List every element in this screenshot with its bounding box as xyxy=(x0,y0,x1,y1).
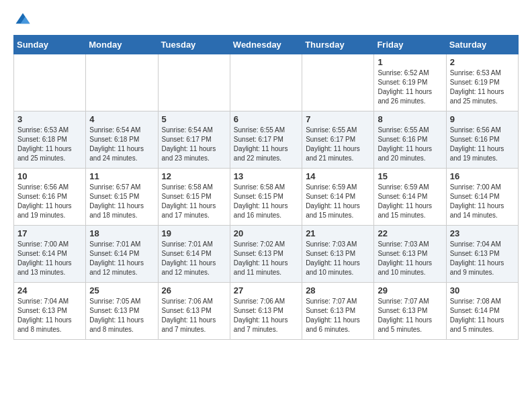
calendar-cell: 16Sunrise: 7:00 AM Sunset: 6:14 PM Dayli… xyxy=(446,169,518,226)
calendar-cell: 17Sunrise: 7:00 AM Sunset: 6:14 PM Dayli… xyxy=(14,226,86,283)
calendar-cell: 4Sunrise: 6:54 AM Sunset: 6:18 PM Daylig… xyxy=(86,111,158,169)
day-info: Sunrise: 6:56 AM Sunset: 6:16 PM Dayligh… xyxy=(17,183,82,220)
day-info: Sunrise: 7:03 AM Sunset: 6:13 PM Dayligh… xyxy=(378,240,442,277)
calendar-week-row: 17Sunrise: 7:00 AM Sunset: 6:14 PM Dayli… xyxy=(14,226,519,283)
calendar-cell: 19Sunrise: 7:01 AM Sunset: 6:14 PM Dayli… xyxy=(158,226,230,283)
logo xyxy=(13,11,35,30)
page-header xyxy=(13,11,519,30)
day-number: 2 xyxy=(450,57,515,67)
day-info: Sunrise: 7:06 AM Sunset: 6:13 PM Dayligh… xyxy=(162,297,226,334)
day-info: Sunrise: 6:59 AM Sunset: 6:14 PM Dayligh… xyxy=(378,183,442,220)
weekday-header: Wednesday xyxy=(230,36,302,54)
weekday-header: Monday xyxy=(86,36,158,54)
calendar-cell xyxy=(230,54,302,111)
day-number: 17 xyxy=(17,228,82,238)
calendar-cell xyxy=(86,54,158,111)
calendar-cell: 14Sunrise: 6:59 AM Sunset: 6:14 PM Dayli… xyxy=(302,169,374,226)
day-info: Sunrise: 6:52 AM Sunset: 6:19 PM Dayligh… xyxy=(378,68,442,106)
calendar-cell: 27Sunrise: 7:06 AM Sunset: 6:13 PM Dayli… xyxy=(230,283,302,340)
day-info: Sunrise: 6:54 AM Sunset: 6:18 PM Dayligh… xyxy=(89,126,154,163)
day-info: Sunrise: 7:00 AM Sunset: 6:14 PM Dayligh… xyxy=(450,183,515,220)
day-number: 24 xyxy=(17,285,82,295)
day-info: Sunrise: 7:03 AM Sunset: 6:13 PM Dayligh… xyxy=(306,240,370,277)
day-number: 25 xyxy=(89,285,154,295)
day-number: 21 xyxy=(306,228,370,238)
day-info: Sunrise: 7:02 AM Sunset: 6:13 PM Dayligh… xyxy=(234,240,298,277)
calendar-cell xyxy=(14,54,86,111)
day-info: Sunrise: 7:05 AM Sunset: 6:13 PM Dayligh… xyxy=(89,297,154,334)
day-number: 6 xyxy=(234,114,298,124)
day-number: 28 xyxy=(306,285,370,295)
calendar-week-row: 3Sunrise: 6:53 AM Sunset: 6:18 PM Daylig… xyxy=(14,111,519,169)
day-info: Sunrise: 7:01 AM Sunset: 6:14 PM Dayligh… xyxy=(162,240,226,277)
day-info: Sunrise: 6:56 AM Sunset: 6:16 PM Dayligh… xyxy=(450,126,515,163)
day-info: Sunrise: 6:59 AM Sunset: 6:14 PM Dayligh… xyxy=(306,183,370,220)
calendar-cell: 15Sunrise: 6:59 AM Sunset: 6:14 PM Dayli… xyxy=(374,169,446,226)
day-info: Sunrise: 7:04 AM Sunset: 6:13 PM Dayligh… xyxy=(17,297,82,334)
calendar-cell: 1Sunrise: 6:52 AM Sunset: 6:19 PM Daylig… xyxy=(374,54,446,111)
calendar-cell: 12Sunrise: 6:58 AM Sunset: 6:15 PM Dayli… xyxy=(158,169,230,226)
day-info: Sunrise: 7:06 AM Sunset: 6:13 PM Dayligh… xyxy=(234,297,298,334)
day-info: Sunrise: 7:08 AM Sunset: 6:14 PM Dayligh… xyxy=(450,297,515,334)
day-number: 5 xyxy=(162,114,226,124)
day-number: 16 xyxy=(450,171,515,181)
calendar-cell: 29Sunrise: 7:07 AM Sunset: 6:13 PM Dayli… xyxy=(374,283,446,340)
calendar-cell: 28Sunrise: 7:07 AM Sunset: 6:13 PM Dayli… xyxy=(302,283,374,340)
calendar-cell: 7Sunrise: 6:55 AM Sunset: 6:17 PM Daylig… xyxy=(302,111,374,169)
calendar-cell: 24Sunrise: 7:04 AM Sunset: 6:13 PM Dayli… xyxy=(14,283,86,340)
day-info: Sunrise: 6:57 AM Sunset: 6:15 PM Dayligh… xyxy=(89,183,154,220)
calendar-header-row: SundayMondayTuesdayWednesdayThursdayFrid… xyxy=(14,36,519,54)
logo-icon xyxy=(13,11,32,30)
day-number: 30 xyxy=(450,285,515,295)
calendar-week-row: 24Sunrise: 7:04 AM Sunset: 6:13 PM Dayli… xyxy=(14,283,519,340)
day-number: 1 xyxy=(378,57,442,67)
day-number: 18 xyxy=(89,228,154,238)
weekday-header: Sunday xyxy=(14,36,86,54)
day-number: 26 xyxy=(162,285,226,295)
day-number: 29 xyxy=(378,285,442,295)
day-info: Sunrise: 6:58 AM Sunset: 6:15 PM Dayligh… xyxy=(162,183,226,220)
calendar-cell: 2Sunrise: 6:53 AM Sunset: 6:19 PM Daylig… xyxy=(446,54,518,111)
calendar-cell: 18Sunrise: 7:01 AM Sunset: 6:14 PM Dayli… xyxy=(86,226,158,283)
calendar-cell: 10Sunrise: 6:56 AM Sunset: 6:16 PM Dayli… xyxy=(14,169,86,226)
day-info: Sunrise: 6:53 AM Sunset: 6:18 PM Dayligh… xyxy=(17,126,82,163)
day-number: 7 xyxy=(306,114,370,124)
weekday-header: Thursday xyxy=(302,36,374,54)
calendar-cell: 6Sunrise: 6:55 AM Sunset: 6:17 PM Daylig… xyxy=(230,111,302,169)
day-number: 20 xyxy=(234,228,298,238)
day-number: 9 xyxy=(450,114,515,124)
day-number: 12 xyxy=(162,171,226,181)
day-number: 4 xyxy=(89,114,154,124)
calendar-cell: 11Sunrise: 6:57 AM Sunset: 6:15 PM Dayli… xyxy=(86,169,158,226)
calendar-cell: 8Sunrise: 6:55 AM Sunset: 6:16 PM Daylig… xyxy=(374,111,446,169)
day-number: 10 xyxy=(17,171,82,181)
day-info: Sunrise: 7:00 AM Sunset: 6:14 PM Dayligh… xyxy=(17,240,82,277)
day-number: 15 xyxy=(378,171,442,181)
calendar-cell: 23Sunrise: 7:04 AM Sunset: 6:13 PM Dayli… xyxy=(446,226,518,283)
weekday-header: Tuesday xyxy=(158,36,230,54)
calendar-cell: 20Sunrise: 7:02 AM Sunset: 6:13 PM Dayli… xyxy=(230,226,302,283)
calendar-cell: 9Sunrise: 6:56 AM Sunset: 6:16 PM Daylig… xyxy=(446,111,518,169)
calendar-cell: 21Sunrise: 7:03 AM Sunset: 6:13 PM Dayli… xyxy=(302,226,374,283)
calendar-cell xyxy=(158,54,230,111)
day-number: 13 xyxy=(234,171,298,181)
day-info: Sunrise: 7:01 AM Sunset: 6:14 PM Dayligh… xyxy=(89,240,154,277)
calendar-cell: 3Sunrise: 6:53 AM Sunset: 6:18 PM Daylig… xyxy=(14,111,86,169)
calendar-week-row: 1Sunrise: 6:52 AM Sunset: 6:19 PM Daylig… xyxy=(14,54,519,111)
calendar-cell xyxy=(302,54,374,111)
calendar-table: SundayMondayTuesdayWednesdayThursdayFrid… xyxy=(13,35,519,340)
calendar-week-row: 10Sunrise: 6:56 AM Sunset: 6:16 PM Dayli… xyxy=(14,169,519,226)
day-number: 27 xyxy=(234,285,298,295)
day-info: Sunrise: 7:04 AM Sunset: 6:13 PM Dayligh… xyxy=(450,240,515,277)
day-info: Sunrise: 7:07 AM Sunset: 6:13 PM Dayligh… xyxy=(306,297,370,334)
day-number: 23 xyxy=(450,228,515,238)
day-number: 3 xyxy=(17,114,82,124)
calendar-cell: 26Sunrise: 7:06 AM Sunset: 6:13 PM Dayli… xyxy=(158,283,230,340)
day-number: 14 xyxy=(306,171,370,181)
day-info: Sunrise: 6:53 AM Sunset: 6:19 PM Dayligh… xyxy=(450,68,515,106)
day-info: Sunrise: 6:54 AM Sunset: 6:17 PM Dayligh… xyxy=(162,126,226,163)
day-info: Sunrise: 6:58 AM Sunset: 6:15 PM Dayligh… xyxy=(234,183,298,220)
day-number: 19 xyxy=(162,228,226,238)
day-info: Sunrise: 6:55 AM Sunset: 6:17 PM Dayligh… xyxy=(234,126,298,163)
calendar-cell: 22Sunrise: 7:03 AM Sunset: 6:13 PM Dayli… xyxy=(374,226,446,283)
